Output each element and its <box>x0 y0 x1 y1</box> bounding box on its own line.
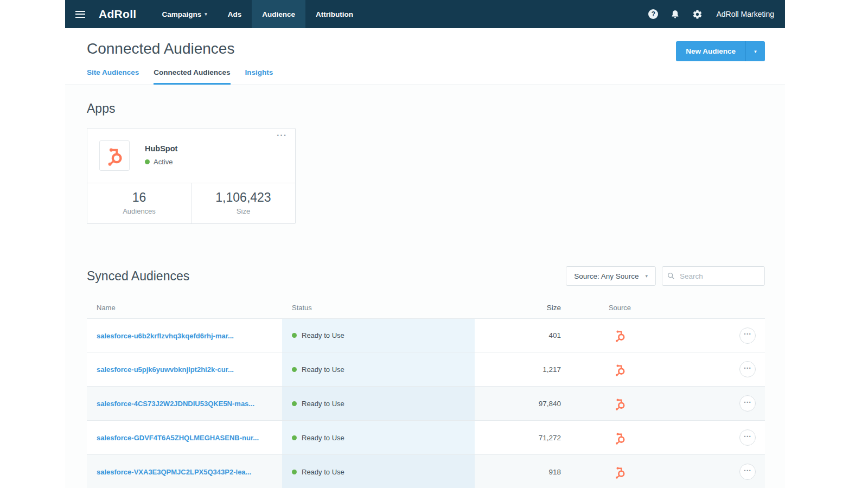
size-cell: 401 <box>475 331 575 339</box>
source-filter-dropdown[interactable]: Source: Any Source ▾ <box>566 266 656 286</box>
audience-name-link[interactable]: salesforce-u5pjk6yuwvbknjlpt2hi2k-cur... <box>97 365 234 374</box>
status-dot-icon <box>292 367 297 372</box>
tab-site-audiences[interactable]: Site Audiences <box>87 68 139 85</box>
search-box <box>662 266 765 286</box>
source-cell <box>575 329 665 342</box>
stat-value: 16 <box>87 190 191 205</box>
apps-heading: Apps <box>87 85 765 116</box>
status-cell: Ready to Use <box>282 319 475 352</box>
stat-audiences: 16 Audiences <box>87 183 191 223</box>
status-dot-icon <box>145 159 150 164</box>
row-menu-button[interactable]: ··· <box>739 464 756 480</box>
nav-item-campaigns[interactable]: Campaigns ▾ <box>151 0 217 28</box>
status-dot-icon <box>292 470 297 474</box>
top-nav: AdRoll Campaigns ▾ Ads Audience Attribut… <box>65 0 785 28</box>
column-header-source: Source <box>575 304 665 312</box>
audience-name-link[interactable]: salesforce-u6b2krflzvhq3kqefd6rhj-mar... <box>97 332 234 340</box>
status-cell: Ready to Use <box>282 352 475 386</box>
hubspot-icon <box>613 363 627 376</box>
column-header-name: Name <box>87 304 282 312</box>
status-label: Ready to Use <box>302 400 344 408</box>
source-cell <box>575 397 665 410</box>
status-label: Ready to Use <box>302 331 344 339</box>
card-info: HubSpot Active <box>145 140 177 166</box>
stat-size: 1,106,423 Size <box>191 183 295 223</box>
column-header-status: Status <box>282 304 475 312</box>
synced-audiences-heading: Synced Audiences <box>87 269 189 284</box>
table-row: salesforce-u5pjk6yuwvbknjlpt2hi2k-cur...… <box>87 352 765 387</box>
main-content: Apps ··· HubSpot Active 16 Audienc <box>65 85 785 488</box>
size-cell: 918 <box>475 468 575 476</box>
hubspot-icon-box <box>99 140 130 171</box>
size-cell: 97,840 <box>475 400 575 408</box>
table-row: salesforce-GDVF4T6A5ZHQLMEGHASENB-nur...… <box>87 421 765 455</box>
hubspot-icon <box>613 465 627 479</box>
source-filter-label: Source: Any Source <box>574 272 639 280</box>
nav-item-attribution[interactable]: Attribution <box>305 0 363 28</box>
nav-right: ? AdRoll Marketing <box>648 0 785 28</box>
status-cell: Ready to Use <box>282 387 475 420</box>
stat-label: Size <box>192 207 295 215</box>
card-menu-button[interactable]: ··· <box>277 131 287 140</box>
page-header: Connected Audiences New Audience ▾ Site … <box>65 28 785 85</box>
hubspot-icon <box>613 397 627 410</box>
row-menu-button[interactable]: ··· <box>739 395 756 412</box>
synced-audiences-header: Synced Audiences Source: Any Source ▾ <box>87 266 765 286</box>
app-name: HubSpot <box>145 144 177 153</box>
source-cell <box>575 431 665 445</box>
nav-item-ads[interactable]: Ads <box>218 0 252 28</box>
synced-audiences-table: Name Status Size Source salesforce-u6b2k… <box>87 297 765 488</box>
status-label: Active <box>154 158 173 166</box>
app-window: AdRoll Campaigns ▾ Ads Audience Attribut… <box>65 0 785 488</box>
table-row: salesforce-u6b2krflzvhq3kqefd6rhj-mar...… <box>87 318 765 352</box>
new-audience-dropdown-button[interactable]: ▾ <box>745 41 765 61</box>
search-input[interactable] <box>662 266 765 286</box>
hubspot-app-card: ··· HubSpot Active 16 Audiences <box>87 128 296 224</box>
row-menu-button[interactable]: ··· <box>739 429 756 446</box>
audience-name-link[interactable]: salesforce-4CS73J2W2JDNDIU53QKE5N-mas... <box>97 400 254 408</box>
hamburger-menu-icon[interactable] <box>65 0 95 28</box>
status-dot-icon <box>292 333 297 338</box>
app-status: Active <box>145 158 177 166</box>
account-menu[interactable]: AdRoll Marketing <box>716 10 774 18</box>
caret-down-icon: ▾ <box>754 49 757 54</box>
status-dot-icon <box>292 435 297 440</box>
stat-value: 1,106,423 <box>192 190 295 205</box>
page-title: Connected Audiences <box>87 40 765 57</box>
status-cell: Ready to Use <box>282 455 475 488</box>
nav-item-audience[interactable]: Audience <box>252 0 305 28</box>
card-stats: 16 Audiences 1,106,423 Size <box>87 183 295 223</box>
gear-icon[interactable] <box>692 9 703 20</box>
new-audience-split-button: New Audience ▾ <box>676 41 765 61</box>
status-dot-icon <box>292 401 297 406</box>
audience-tabs: Site Audiences Connected Audiences Insig… <box>87 68 765 85</box>
row-menu-button[interactable]: ··· <box>739 328 756 344</box>
source-cell <box>575 465 665 479</box>
stat-label: Audiences <box>87 207 191 215</box>
audience-name-link[interactable]: salesforce-GDVF4T6A5ZHQLMEGHASENB-nur... <box>97 434 259 442</box>
size-cell: 1,217 <box>475 365 575 374</box>
table-row: salesforce-VXA3E3QPMJC2LPX5Q343P2-lea...… <box>87 455 765 488</box>
new-audience-button[interactable]: New Audience <box>676 41 745 61</box>
table-body: salesforce-u6b2krflzvhq3kqefd6rhj-mar...… <box>87 318 765 488</box>
hubspot-icon <box>104 145 125 166</box>
nav-items: Campaigns ▾ Ads Audience Attribution <box>151 0 363 28</box>
bell-icon[interactable] <box>671 9 680 19</box>
table-header: Name Status Size Source <box>87 297 765 318</box>
column-header-actions <box>665 304 765 312</box>
size-cell: 71,272 <box>475 434 575 442</box>
tab-connected-audiences[interactable]: Connected Audiences <box>154 68 230 85</box>
help-icon[interactable]: ? <box>648 9 658 19</box>
tab-insights[interactable]: Insights <box>245 68 273 85</box>
status-label: Ready to Use <box>302 434 344 442</box>
status-label: Ready to Use <box>302 365 344 374</box>
caret-down-icon: ▾ <box>205 11 207 17</box>
status-label: Ready to Use <box>302 468 344 476</box>
adroll-logo[interactable]: AdRoll <box>95 0 151 28</box>
caret-down-icon: ▾ <box>645 273 648 279</box>
hubspot-icon <box>613 431 627 445</box>
sync-controls: Source: Any Source ▾ <box>566 266 765 286</box>
row-menu-button[interactable]: ··· <box>739 361 756 377</box>
column-header-size: Size <box>475 304 575 312</box>
audience-name-link[interactable]: salesforce-VXA3E3QPMJC2LPX5Q343P2-lea... <box>97 468 251 476</box>
